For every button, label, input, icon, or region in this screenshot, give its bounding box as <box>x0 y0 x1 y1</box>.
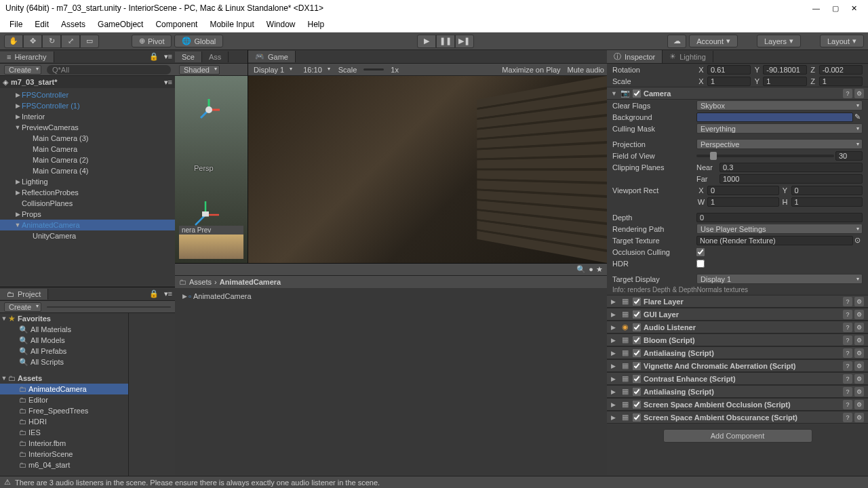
search-input[interactable]: Q*All <box>47 65 171 75</box>
component-header[interactable]: ▶▦Screen Space Ambient Occlusion (Script… <box>607 398 868 411</box>
gear-icon[interactable]: ⚙ <box>854 413 864 422</box>
favorites-header[interactable]: ▼★ Favorites <box>0 313 128 324</box>
depth-field[interactable]: 0 <box>696 213 863 222</box>
tab-asset[interactable]: Ass <box>202 52 229 62</box>
component-checkbox[interactable] <box>633 388 641 396</box>
vr-x-field[interactable]: 0 <box>707 186 779 195</box>
component-checkbox[interactable] <box>633 336 641 344</box>
display-dropdown[interactable]: Display 1 <box>251 66 294 74</box>
fav-item[interactable]: 🔍 All Scripts <box>0 357 128 367</box>
menu-help[interactable]: Help <box>302 18 330 31</box>
help-icon[interactable]: ? <box>843 400 852 409</box>
target-tex-field[interactable]: None (Render Texture) <box>696 236 853 245</box>
orientation-gizmo-icon[interactable] <box>195 96 222 123</box>
layout-dropdown[interactable]: Layout ▾ <box>820 35 864 47</box>
create-dropdown[interactable]: Create <box>4 302 41 312</box>
scale-slider[interactable] <box>363 68 384 70</box>
hierarchy-item[interactable]: ▼AnimatedCamera <box>0 220 175 230</box>
folder-item[interactable]: 🗀 AnimatedCamera <box>0 384 128 394</box>
scene-header[interactable]: ◈ m7_03_start* ▾≡ <box>0 76 175 88</box>
scale-tool-icon[interactable]: ⤢ <box>61 35 80 48</box>
mute-audio[interactable]: Mute audio <box>568 66 604 74</box>
help-icon[interactable]: ? <box>843 89 852 98</box>
pivot-toggle[interactable]: ⊕ Pivot <box>132 35 172 47</box>
proj-icon[interactable]: ● <box>589 265 593 273</box>
asset-item[interactable]: ▶▫ AnimatedCamera <box>180 291 601 302</box>
clear-flags-dropdown[interactable]: Skybox <box>696 100 863 110</box>
near-field[interactable]: 0.3 <box>719 163 863 172</box>
menu-edit[interactable]: Edit <box>29 18 54 31</box>
hierarchy-item[interactable]: ▼PreviewCameras <box>0 122 175 133</box>
component-checkbox[interactable] <box>633 362 641 370</box>
step-button[interactable]: ▶❚ <box>455 35 474 48</box>
lock-icon[interactable]: 🔒 <box>146 52 161 61</box>
rot-x-field[interactable]: 0.61 <box>707 65 751 75</box>
fov-field[interactable]: 30 <box>835 151 863 161</box>
folder-item[interactable]: 🗀 Editor <box>0 394 128 405</box>
tab-inspector[interactable]: ⓘ Inspector <box>607 50 663 63</box>
play-button[interactable]: ▶ <box>417 35 436 48</box>
component-checkbox[interactable] <box>633 298 641 306</box>
layers-dropdown[interactable]: Layers ▾ <box>757 35 801 47</box>
maximize-on-play[interactable]: Maximize on Play <box>502 66 560 74</box>
scene-menu-icon[interactable]: ▾≡ <box>164 78 172 87</box>
gear-icon[interactable]: ⚙ <box>854 374 864 384</box>
occlusion-checkbox[interactable] <box>696 248 705 256</box>
minimize-icon[interactable]: ― <box>812 4 820 12</box>
component-checkbox[interactable] <box>633 401 641 409</box>
component-header[interactable]: ▶▦Flare Layer?⚙ <box>607 295 868 308</box>
tab-scene[interactable]: Sce <box>175 52 202 62</box>
fov-slider[interactable] <box>696 155 834 157</box>
menu-mobile-input[interactable]: Mobile Input <box>204 18 259 31</box>
help-icon[interactable]: ? <box>843 348 852 358</box>
folder-item[interactable]: 🗀 Interior.fbm <box>0 438 128 449</box>
shading-dropdown[interactable]: Shaded <box>179 65 220 75</box>
gear-icon[interactable]: ⚙ <box>854 310 864 319</box>
assets-header[interactable]: ▼🗀 Assets <box>0 373 128 384</box>
component-header[interactable]: ▶▦Vignette And Chromatic Aberration (Scr… <box>607 359 868 372</box>
hierarchy-item[interactable]: ▶Interior <box>0 111 175 122</box>
gear-icon[interactable]: ⚙ <box>854 89 864 98</box>
component-header[interactable]: ▶▦Antialiasing (Script)?⚙ <box>607 385 868 398</box>
help-icon[interactable]: ? <box>843 323 852 332</box>
scene-viewport[interactable]: Persp nera Prev <box>175 76 248 263</box>
component-header[interactable]: ▶▦Screen Space Ambient Obscurance (Scrip… <box>607 411 868 424</box>
folder-item[interactable]: 🗀 IES <box>0 427 128 438</box>
tab-game[interactable]: 🎮 Game <box>248 51 296 62</box>
fav-item[interactable]: 🔍 All Materials <box>0 324 128 335</box>
hierarchy-item[interactable]: UnityCamera <box>0 230 175 241</box>
maximize-icon[interactable]: ▢ <box>832 4 839 13</box>
menu-gameobject[interactable]: GameObject <box>92 18 149 31</box>
cloud-icon[interactable]: ☁ <box>667 35 686 48</box>
culling-dropdown[interactable]: Everything <box>696 123 863 134</box>
object-picker-icon[interactable]: ⊙ <box>854 236 863 245</box>
component-header[interactable]: ▶▦Bloom (Script)?⚙ <box>607 333 868 346</box>
component-header[interactable]: ▶▦Contrast Enhance (Script)?⚙ <box>607 372 868 385</box>
camera-enabled-checkbox[interactable] <box>633 89 641 98</box>
hierarchy-item[interactable]: ▶Props <box>0 209 175 220</box>
component-checkbox[interactable] <box>633 323 641 331</box>
panel-menu-icon[interactable]: ▾≡ <box>161 289 175 298</box>
close-icon[interactable]: ✕ <box>851 4 857 13</box>
lock-icon[interactable]: 🔒 <box>146 289 161 298</box>
gear-icon[interactable]: ⚙ <box>854 348 864 358</box>
hierarchy-item[interactable]: Main Camera <box>0 144 175 155</box>
move-tool-icon[interactable]: ✥ <box>23 35 42 48</box>
create-dropdown[interactable]: Create <box>4 65 41 75</box>
gear-icon[interactable]: ⚙ <box>854 387 864 396</box>
breadcrumb-item[interactable]: AnimatedCamera <box>220 278 281 286</box>
hierarchy-item[interactable]: Main Camera (3) <box>0 133 175 144</box>
component-checkbox[interactable] <box>633 413 641 422</box>
camera-component-header[interactable]: ▼📷 Camera ?⚙ <box>607 87 868 100</box>
help-icon[interactable]: ? <box>843 336 852 345</box>
vr-h-field[interactable]: 1 <box>791 197 863 207</box>
component-checkbox[interactable] <box>633 310 641 319</box>
search-input[interactable] <box>47 306 171 308</box>
panel-menu-icon[interactable]: ▾≡ <box>161 52 175 61</box>
game-viewport[interactable] <box>248 76 607 263</box>
hierarchy-item[interactable]: ▶ReflectionProbes <box>0 187 175 198</box>
rotate-tool-icon[interactable]: ↻ <box>42 35 61 48</box>
hierarchy-item[interactable]: CollisionPlanes <box>0 198 175 209</box>
hierarchy-item[interactable]: Main Camera (4) <box>0 165 175 176</box>
menu-window[interactable]: Window <box>261 18 301 31</box>
